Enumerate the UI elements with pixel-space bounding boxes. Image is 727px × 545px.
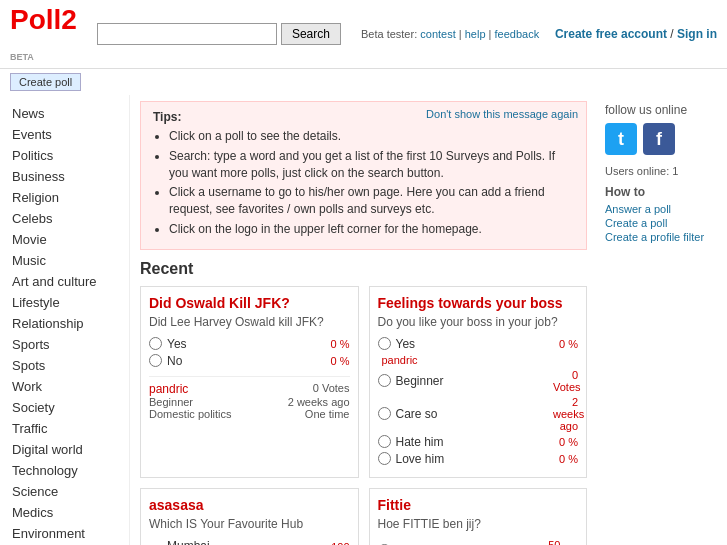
sidebar-item-politics[interactable]: Politics [8, 145, 129, 166]
poll-option: Care so 2 weeks ago [378, 396, 579, 432]
beta-label: Beta tester: [361, 28, 417, 40]
sidebar-item-environment[interactable]: Environment [8, 523, 129, 544]
poll-votes-1: 0 Votes [313, 382, 350, 396]
poll-radio[interactable] [378, 374, 391, 387]
poll-radio[interactable] [149, 354, 162, 367]
poll-level-1: Beginner [149, 396, 193, 408]
poll-option: Beginner 0 Votes [378, 369, 579, 393]
tip-item-3: Click a username to go to his/her own pa… [169, 184, 574, 218]
sidebar-item-music[interactable]: Music [8, 250, 129, 271]
sidebar-item-celebs[interactable]: Celebs [8, 208, 129, 229]
tip-item-2: Search: type a word and you get a list o… [169, 148, 574, 182]
dont-show-link[interactable]: Don't show this message again [426, 108, 578, 120]
follow-title: follow us online [605, 103, 719, 117]
sidebar-item-events[interactable]: Events [8, 124, 129, 145]
poll-freq-1: One time [305, 408, 350, 420]
poll-meta-1: pandric 0 Votes Beginner 2 weeks ago Dom… [149, 376, 350, 420]
create-account-link[interactable]: Create free account [555, 27, 667, 41]
right-sidebar: follow us online t f Users online: 1 How… [597, 95, 727, 545]
poll-card-1: Did Oswald Kill JFK? Did Lee Harvey Oswa… [140, 286, 359, 478]
tips-list: Click on a poll to see the details. Sear… [153, 128, 574, 238]
tip-item-1: Click on a poll to see the details. [169, 128, 574, 145]
facebook-icon[interactable]: f [643, 123, 675, 155]
poll-radio[interactable] [378, 337, 391, 350]
sidebar-item-relationship[interactable]: Relationship [8, 313, 129, 334]
beta-help-link[interactable]: help [465, 28, 486, 40]
poll-card-2: Feelings towards your boss Do you like y… [369, 286, 588, 478]
twitter-icon[interactable]: t [605, 123, 637, 155]
sidebar-item-society[interactable]: Society [8, 397, 129, 418]
beta-feedback-link[interactable]: feedback [495, 28, 540, 40]
poll-radio[interactable] [149, 337, 162, 350]
poll-title-4[interactable]: Fittie [378, 497, 411, 513]
main-content: Don't show this message again Tips: Clic… [130, 95, 597, 545]
signin-link[interactable]: Sign in [677, 27, 717, 41]
how-to-answer-link[interactable]: Answer a poll [605, 203, 719, 215]
header-separator: / [670, 27, 677, 41]
poll-subtitle-1: Did Lee Harvey Oswald kill JFK? [149, 315, 350, 329]
how-to-create-link[interactable]: Create a poll [605, 217, 719, 229]
poll-overlay-text: pandric [382, 354, 579, 366]
beta-area: Beta tester: contest | help | feedback [361, 28, 539, 40]
sidebar-item-religion[interactable]: Religion [8, 187, 129, 208]
poll-card-3: asasasa Which IS Your Favourite Hub Mumb… [140, 488, 359, 545]
logo-text1: Poll [10, 4, 61, 35]
logo-text2: 2 [61, 4, 77, 35]
sidebar-item-sports[interactable]: Sports [8, 334, 129, 355]
poll-title-3[interactable]: asasasa [149, 497, 204, 513]
poll-option: Mumbai Club 100 % [149, 539, 350, 545]
search-area: Search [97, 23, 341, 45]
tips-box: Don't show this message again Tips: Clic… [140, 101, 587, 250]
sidebar-item-business[interactable]: Business [8, 166, 129, 187]
poll-card-4: Fittie Hoe FITTIE ben jij? Fittie is voo… [369, 488, 588, 545]
recent-title: Recent [140, 260, 587, 278]
sidebar-item-lifestyle[interactable]: Lifestyle [8, 292, 129, 313]
poll-radio[interactable] [378, 435, 391, 448]
sidebar-item-technology[interactable]: Technology [8, 460, 129, 481]
poll-title-1[interactable]: Did Oswald Kill JFK? [149, 295, 290, 311]
poll-category-1: Domestic politics [149, 408, 232, 420]
sidebar-item-movie[interactable]: Movie [8, 229, 129, 250]
sidebar-item-art[interactable]: Art and culture [8, 271, 129, 292]
poll-subtitle-2: Do you like your boss in your job? [378, 315, 579, 329]
sidebar-item-spots[interactable]: Spots [8, 355, 129, 376]
sidebar: News Events Politics Business Religion C… [0, 95, 130, 545]
logo-sub: BETA [10, 52, 34, 62]
poll-option: Yes 0 % [149, 337, 350, 351]
poll-radio[interactable] [378, 452, 391, 465]
poll-radio[interactable] [378, 407, 391, 420]
sidebar-item-news[interactable]: News [8, 103, 129, 124]
site-logo[interactable]: Poll2BETA [10, 6, 77, 62]
poll-subtitle-3: Which IS Your Favourite Hub [149, 517, 350, 531]
beta-contest-link[interactable]: contest [420, 28, 455, 40]
poll-date-1: 2 weeks ago [288, 396, 350, 408]
tip-item-4: Click on the logo in the upper left corn… [169, 221, 574, 238]
poll-author-1[interactable]: pandric [149, 382, 188, 396]
poll-option: Fittie is voor mij heel belangrijk, het … [378, 539, 579, 545]
sidebar-item-science[interactable]: Science [8, 481, 129, 502]
sidebar-item-digital[interactable]: Digital world [8, 439, 129, 460]
poll-option: Yes 0 % [378, 337, 579, 351]
header-right: Create free account / Sign in [555, 27, 717, 41]
search-button[interactable]: Search [281, 23, 341, 45]
how-to-title: How to [605, 185, 719, 199]
poll-option: No 0 % [149, 354, 350, 368]
search-input[interactable] [97, 23, 277, 45]
sidebar-item-work[interactable]: Work [8, 376, 129, 397]
create-poll-button[interactable]: Create poll [10, 73, 81, 91]
how-to-filter-link[interactable]: Create a profile filter [605, 231, 719, 243]
sidebar-item-traffic[interactable]: Traffic [8, 418, 129, 439]
subheader: Create poll [0, 69, 727, 95]
sidebar-item-medics[interactable]: Medics [8, 502, 129, 523]
poll-title-2[interactable]: Feelings towards your boss [378, 295, 563, 311]
poll-option: Love him 0 % [378, 452, 579, 466]
social-icons: t f [605, 123, 719, 155]
users-online: Users online: 1 [605, 165, 719, 177]
poll-option: Hate him 0 % [378, 435, 579, 449]
poll-subtitle-4: Hoe FITTIE ben jij? [378, 517, 579, 531]
poll-grid: Did Oswald Kill JFK? Did Lee Harvey Oswa… [140, 286, 587, 545]
